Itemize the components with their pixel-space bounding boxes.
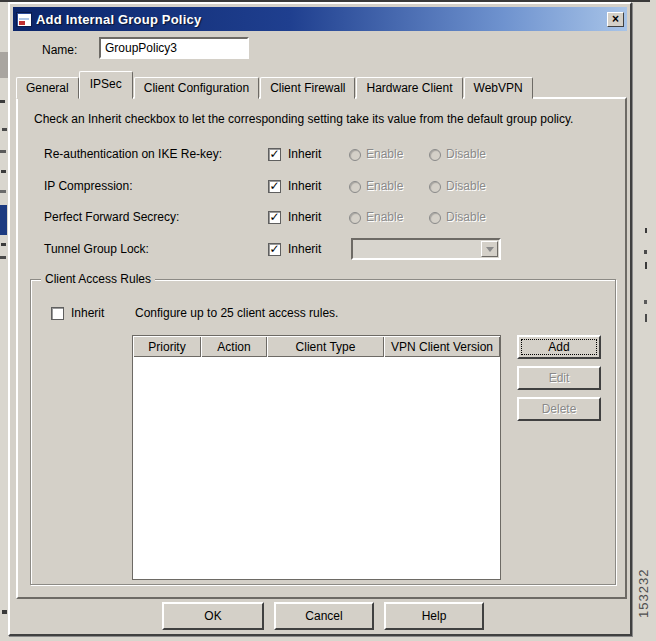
- column-header-action[interactable]: Action: [201, 336, 267, 357]
- ip-compression-disable-radio[interactable]: [429, 181, 441, 193]
- reauth-enable-label: Enable: [366, 147, 403, 161]
- tab-client-firewall[interactable]: Client Firewall: [260, 77, 355, 99]
- pfs-inherit-label: Inherit: [288, 210, 321, 224]
- background-artifact: [645, 314, 647, 322]
- background-artifact: [1, 243, 6, 246]
- cancel-button[interactable]: Cancel: [274, 602, 374, 630]
- reauth-inherit-label: Inherit: [288, 147, 321, 161]
- tab-webvpn[interactable]: WebVPN: [464, 77, 533, 99]
- background-artifact: [0, 190, 6, 193]
- tunnel-group-lock-combobox[interactable]: [351, 238, 501, 260]
- tab-client-configuration[interactable]: Client Configuration: [134, 77, 259, 99]
- ip-compression-label: IP Compression:: [44, 179, 132, 193]
- check-icon: ✓: [269, 242, 279, 256]
- background-artifact: [0, 52, 8, 78]
- tab-general[interactable]: General: [16, 77, 79, 99]
- ip-compression-inherit-checkbox[interactable]: ✓: [268, 180, 281, 193]
- pfs-disable-radio[interactable]: [429, 212, 441, 224]
- background-artifact: [0, 100, 5, 103]
- close-icon[interactable]: ×: [607, 12, 624, 27]
- background-artifact: [0, 256, 6, 259]
- column-header-vpn-client-version[interactable]: VPN Client Version: [384, 336, 500, 357]
- tunnel-group-lock-label: Tunnel Group Lock:: [44, 242, 149, 256]
- background-artifact: [2, 128, 7, 131]
- check-icon: ✓: [269, 179, 279, 193]
- pfs-label: Perfect Forward Secrecy:: [44, 210, 179, 224]
- background-artifact: [0, 150, 6, 153]
- ip-compression-disable-label: Disable: [446, 179, 486, 193]
- ok-button[interactable]: OK: [162, 602, 264, 630]
- background-artifact: [645, 262, 647, 269]
- column-header-priority[interactable]: Priority: [133, 336, 201, 357]
- name-input[interactable]: [99, 37, 249, 59]
- table-header-row: Priority Action Client Type VPN Client V…: [133, 336, 500, 357]
- pfs-enable-label: Enable: [366, 210, 403, 224]
- check-icon: ✓: [269, 147, 279, 161]
- background-artifact: [645, 228, 647, 233]
- window-title: Add Internal Group Policy: [36, 12, 201, 27]
- chevron-down-icon: [486, 247, 494, 252]
- panel-description: Check an Inherit checkbox to let the cor…: [34, 112, 614, 126]
- edit-button[interactable]: Edit: [517, 366, 601, 390]
- check-icon: ✓: [269, 210, 279, 224]
- background-artifact: [2, 610, 7, 614]
- column-header-client-type[interactable]: Client Type: [267, 336, 384, 357]
- figure-number: 153232: [636, 550, 654, 636]
- ipsec-tab-panel: Check an Inherit checkbox to let the cor…: [16, 97, 627, 599]
- reauth-enable-radio[interactable]: [349, 149, 361, 161]
- add-button[interactable]: Add: [517, 335, 601, 359]
- rules-inherit-label: Inherit: [71, 306, 104, 320]
- tab-bar: General IPSec Client Configuration Clien…: [16, 70, 534, 99]
- titlebar[interactable]: Add Internal Group Policy ×: [13, 7, 627, 31]
- ip-compression-inherit-label: Inherit: [288, 179, 321, 193]
- pfs-disable-label: Disable: [446, 210, 486, 224]
- pfs-inherit-checkbox[interactable]: ✓: [268, 211, 281, 224]
- delete-button[interactable]: Delete: [517, 397, 601, 421]
- reauth-disable-label: Disable: [446, 147, 486, 161]
- tunnel-group-lock-inherit-label: Inherit: [288, 242, 321, 256]
- reauth-disable-radio[interactable]: [429, 149, 441, 161]
- background-artifact: [0, 205, 7, 235]
- pfs-enable-radio[interactable]: [349, 212, 361, 224]
- client-access-rules-table[interactable]: Priority Action Client Type VPN Client V…: [132, 335, 501, 580]
- tab-ipsec[interactable]: IPSec: [79, 71, 133, 99]
- ip-compression-enable-label: Enable: [366, 179, 403, 193]
- ip-compression-enable-radio[interactable]: [349, 181, 361, 193]
- client-access-rules-title: Client Access Rules: [41, 272, 155, 286]
- reauth-ike-label: Re-authentication on IKE Re-key:: [44, 147, 222, 161]
- combo-dropdown-button[interactable]: [481, 241, 498, 257]
- reauth-inherit-checkbox[interactable]: ✓: [268, 148, 281, 161]
- rules-description: Configure up to 25 client access rules.: [135, 306, 338, 320]
- window-icon: [16, 12, 32, 27]
- tab-hardware-client[interactable]: Hardware Client: [356, 77, 462, 99]
- help-button[interactable]: Help: [384, 602, 484, 630]
- tunnel-group-lock-inherit-checkbox[interactable]: ✓: [268, 243, 281, 256]
- name-label: Name:: [42, 43, 77, 57]
- background-artifact: [644, 250, 647, 254]
- add-internal-group-policy-dialog: Add Internal Group Policy × Name: Genera…: [8, 2, 632, 636]
- background-artifact: [644, 300, 647, 304]
- background-artifact: [1, 170, 6, 173]
- client-access-rules-groupbox: Client Access Rules ✓ Inherit Configure …: [30, 279, 616, 585]
- rules-inherit-checkbox[interactable]: ✓: [51, 307, 64, 320]
